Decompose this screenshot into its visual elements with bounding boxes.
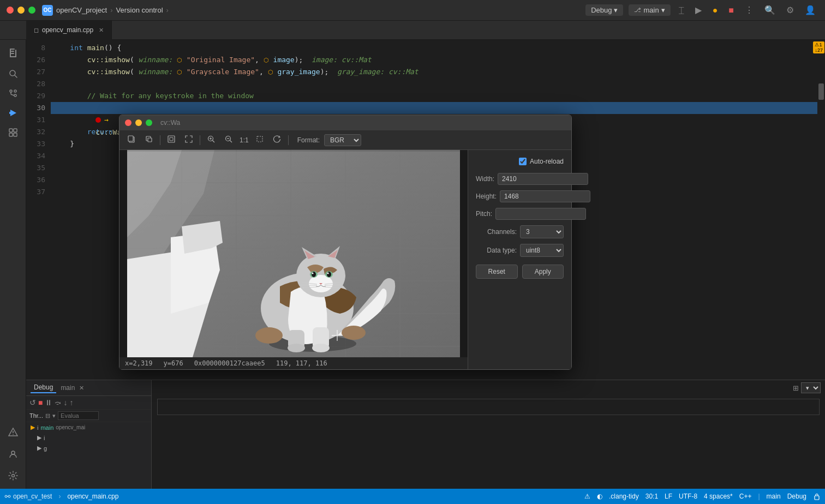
frame-item-g[interactable]: ▶ g xyxy=(26,443,151,453)
project-icon: OC xyxy=(42,5,53,16)
zoom-in-tool-btn[interactable] xyxy=(205,134,218,146)
debug-main-area: ⊞ ▾ xyxy=(152,380,825,489)
code-line-28 xyxy=(51,78,817,90)
apply-button[interactable]: Apply xyxy=(522,265,564,279)
reload-tool-btn[interactable] xyxy=(271,134,284,146)
run-icon-btn[interactable]: ▶ xyxy=(692,4,704,16)
crop-tool-btn[interactable] xyxy=(253,134,266,146)
search-sidebar-icon[interactable] xyxy=(4,65,22,82)
branch-button[interactable]: ⎇ main ▾ xyxy=(629,4,670,16)
cursor-icon-btn[interactable]: ⌶ xyxy=(676,4,687,16)
warning-badge: ⚠1 ↓27 xyxy=(813,41,824,53)
status-file[interactable]: opencv_main.cpp xyxy=(67,493,118,500)
auto-reload-checkbox[interactable] xyxy=(519,158,527,165)
debug-sidebar-icon[interactable] xyxy=(4,104,22,122)
svg-point-23 xyxy=(11,475,14,477)
debug-main-icon-btn[interactable]: ⊞ xyxy=(793,384,799,392)
step-out-btn[interactable]: ↑ xyxy=(69,398,73,407)
svg-rect-27 xyxy=(148,138,152,142)
frame-item-i[interactable]: ▶ i xyxy=(26,433,151,443)
viewer-minimize-btn[interactable] xyxy=(135,119,142,126)
svg-point-8 xyxy=(10,90,12,92)
svg-marker-13 xyxy=(10,110,16,116)
sidebar-icons xyxy=(0,40,26,489)
status-right: ⚠ ◐ .clang-tidy 30:1 LF UTF-8 4 spaces* … xyxy=(584,493,821,500)
zoom-out-tool-btn[interactable] xyxy=(222,134,235,146)
data-type-row: Data type: uint8 uint16 float32 float64 xyxy=(476,244,564,257)
traffic-lights xyxy=(7,7,35,14)
debug-input-area[interactable] xyxy=(157,399,820,415)
scroll-thumb[interactable] xyxy=(818,83,824,100)
image-container[interactable] xyxy=(119,150,468,357)
status-lf[interactable]: LF xyxy=(665,493,672,500)
debug-tab-close-icon[interactable]: ✕ xyxy=(79,385,84,392)
step-over-btn[interactable]: ⤼ xyxy=(55,398,61,407)
auto-reload-row: Auto-reload xyxy=(476,158,564,165)
fit-tool-btn[interactable] xyxy=(165,134,178,146)
status-clang[interactable]: .clang-tidy xyxy=(609,493,639,500)
editor-scrollbar[interactable]: ⚠1 ↓27 xyxy=(817,40,825,380)
channels-select[interactable]: 3 1 2 4 xyxy=(520,225,564,238)
search-icon-btn[interactable]: 🔍 xyxy=(762,4,778,16)
warning-sidebar-icon[interactable] xyxy=(4,423,22,441)
stop-debug-btn[interactable]: ■ xyxy=(38,398,43,407)
channels-label: Channels: xyxy=(476,228,517,236)
settings-icon-btn[interactable]: ⚙ xyxy=(784,4,797,16)
debug-tab-main[interactable]: main xyxy=(57,383,78,393)
reset-button[interactable]: Reset xyxy=(476,265,518,279)
settings-sidebar-icon[interactable] xyxy=(4,467,22,484)
git-icon xyxy=(4,493,11,500)
debug-tab-debug[interactable]: Debug xyxy=(31,382,56,393)
duplicate-tool-btn[interactable] xyxy=(142,134,156,146)
account-sidebar-icon[interactable] xyxy=(4,445,22,463)
debug-view-select[interactable]: ▾ xyxy=(801,382,821,393)
frame-item-main[interactable]: ▶ i main opencv_mai xyxy=(26,422,151,433)
expand-tool-btn[interactable] xyxy=(182,134,195,146)
files-icon[interactable] xyxy=(4,44,22,62)
copy-tool-btn[interactable] xyxy=(125,134,138,146)
data-type-select[interactable]: uint8 uint16 float32 float64 xyxy=(520,244,564,257)
viewer-close-btn[interactable] xyxy=(125,119,131,126)
account-icon-btn[interactable]: 👤 xyxy=(802,4,818,16)
thread-bar: Thr... ⊟ ▾ xyxy=(26,410,151,422)
version-control-label[interactable]: Version control xyxy=(116,6,163,14)
step-into-btn[interactable]: ↓ xyxy=(63,398,67,407)
status-position[interactable]: 30:1 xyxy=(645,493,658,500)
svg-rect-37 xyxy=(257,136,262,142)
line-numbers: 8 26 27 28 29 30 31 32 33 34 35 36 37 xyxy=(26,40,51,380)
status-bar: open_cv_test › opencv_main.cpp ⚠ ◐ .clan… xyxy=(0,489,825,504)
code-line-26: cv::imshow( winname: ⬡ "Original Image",… xyxy=(51,54,817,66)
pause-debug-btn[interactable]: ⏸ xyxy=(45,398,52,407)
width-input[interactable] xyxy=(498,173,588,185)
viewer-maximize-btn[interactable] xyxy=(146,119,152,126)
evaluate-input[interactable] xyxy=(58,411,99,420)
status-lang[interactable]: C++ xyxy=(739,493,752,500)
svg-point-74 xyxy=(255,327,283,344)
minimize-button[interactable] xyxy=(17,7,25,14)
format-select[interactable]: BGR RGB GRAY xyxy=(324,134,361,146)
restart-debug-btn[interactable]: ↺ xyxy=(29,398,36,407)
status-project[interactable]: open_cv_test xyxy=(4,493,52,500)
filter-icon[interactable]: ⊟ xyxy=(45,412,50,419)
maximize-button[interactable] xyxy=(28,7,35,14)
file-tab[interactable]: ◻ opencv_main.cpp ✕ xyxy=(26,21,112,40)
close-button[interactable] xyxy=(7,7,14,14)
extensions-sidebar-icon[interactable] xyxy=(4,124,22,141)
pitch-input[interactable] xyxy=(495,208,586,220)
more-icon-btn[interactable]: ⋮ xyxy=(742,4,756,16)
zoom-level: 1:1 xyxy=(240,136,249,144)
status-encoding[interactable]: UTF-8 xyxy=(679,493,697,500)
breakpoint-icon xyxy=(95,117,101,123)
profile-icon-btn[interactable]: ● xyxy=(710,4,721,16)
height-row: Height: xyxy=(476,190,564,202)
frame-file: opencv_mai xyxy=(56,424,85,430)
debug-button[interactable]: Debug ▾ xyxy=(585,4,623,16)
status-indent[interactable]: 4 spaces* xyxy=(704,493,733,500)
source-control-sidebar-icon[interactable] xyxy=(4,85,22,102)
svg-point-21 xyxy=(13,434,14,435)
project-name[interactable]: openCV_project xyxy=(56,6,107,14)
height-input[interactable] xyxy=(500,190,590,202)
record-icon-btn[interactable]: ■ xyxy=(726,4,737,16)
thread-dropdown-icon[interactable]: ▾ xyxy=(52,412,56,419)
tab-close-icon[interactable]: ✕ xyxy=(99,27,104,34)
